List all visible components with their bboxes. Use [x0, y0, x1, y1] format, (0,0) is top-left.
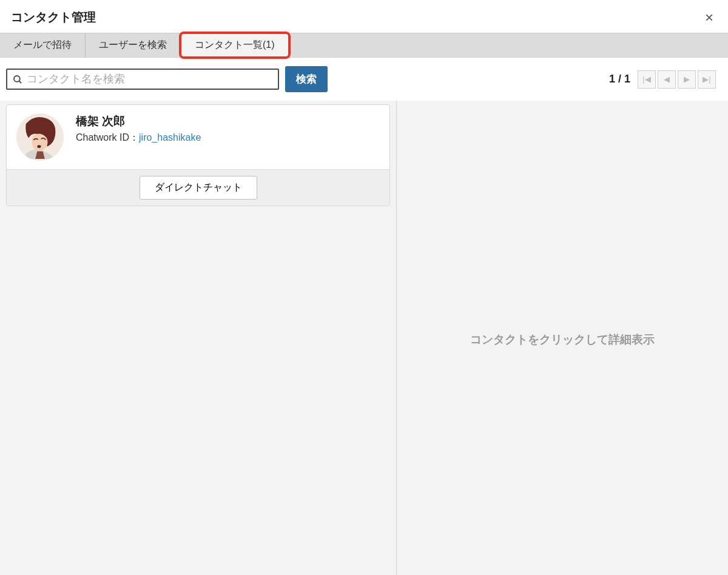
search-input[interactable] [27, 73, 273, 86]
svg-point-3 [37, 145, 41, 148]
tab-invite-by-mail[interactable]: メールで招待 [0, 33, 86, 57]
page-first-icon[interactable]: |◀ [638, 70, 656, 89]
page-next-icon[interactable]: ▶ [678, 70, 696, 89]
tab-search-user[interactable]: ユーザーを検索 [86, 33, 181, 57]
contact-list-panel: 橋架 次郎 Chatwork ID：jiro_hashikake ダイレクトチャ… [0, 101, 397, 575]
page-last-icon[interactable]: ▶| [698, 70, 716, 89]
search-icon [12, 74, 23, 85]
contact-name: 橋架 次郎 [76, 113, 201, 129]
search-button[interactable]: 検索 [285, 66, 328, 92]
svg-point-0 [14, 76, 20, 82]
avatar [16, 113, 64, 161]
tab-bar: メールで招待 ユーザーを検索 コンタクト一覧(1) [0, 33, 728, 58]
contact-id-label: Chatwork ID： [76, 132, 139, 143]
tab-contact-list[interactable]: コンタクト一覧(1) [179, 32, 291, 59]
direct-chat-button[interactable]: ダイレクトチャット [140, 176, 257, 200]
contact-card[interactable]: 橋架 次郎 Chatwork ID：jiro_hashikake ダイレクトチャ… [6, 104, 390, 206]
page-indicator: 1 / 1 [609, 73, 630, 86]
page-prev-icon[interactable]: ◀ [658, 70, 676, 89]
close-icon[interactable]: × [701, 10, 717, 25]
pagination-controls: |◀ ◀ ▶ ▶| [638, 70, 716, 89]
contact-id-link[interactable]: jiro_hashikake [139, 132, 201, 143]
detail-panel: コンタクトをクリックして詳細表示 [397, 101, 728, 575]
dialog-title: コンタクト管理 [11, 9, 96, 25]
contact-id-line: Chatwork ID：jiro_hashikake [76, 132, 201, 144]
search-field-wrapper[interactable] [6, 69, 279, 90]
svg-line-1 [19, 81, 21, 83]
detail-placeholder: コンタクトをクリックして詳細表示 [470, 332, 655, 348]
